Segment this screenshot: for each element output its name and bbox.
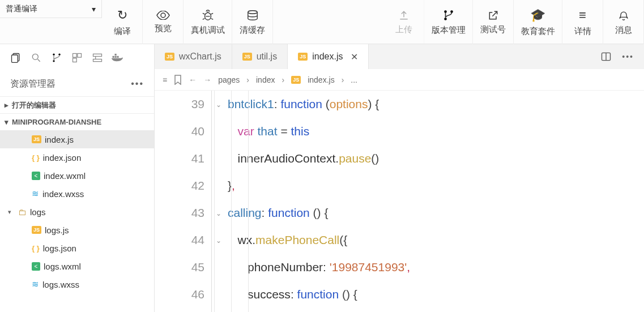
editor-tab[interactable]: JSutil.js [232,44,288,69]
js-file-icon: JS [291,76,301,84]
chevron-down-icon: ▾ [8,208,11,216]
svg-rect-16 [113,56,114,58]
chevron-down-icon: ▾ [92,5,96,14]
svg-point-2 [444,10,447,13]
tab-label: index.js [312,52,343,62]
close-icon[interactable]: ✕ [351,52,358,62]
code-line[interactable]: var that = this [228,125,644,152]
tree-item-label: logs.json [43,243,76,253]
crumb-file[interactable]: index.js [308,75,334,84]
tree-item-label: logs.wxss [42,280,79,289]
vcs-button[interactable]: 版本管理 [424,0,473,44]
branch-icon [442,9,455,22]
tree-file[interactable]: JSindex.js [0,130,154,148]
sidebar: 资源管理器 ••• ▸ 打开的编辑器 ▾ MINIPROGRAM-DIANSHE… [0,44,155,312]
svg-point-7 [32,54,38,59]
docker-tab-icon[interactable] [109,49,127,67]
graduation-icon: 🎓 [530,8,545,23]
project-header[interactable]: ▾ MINIPROGRAM-DIANSHE [0,113,154,130]
wxml-file-icon: < [32,172,40,180]
clear-cache-button[interactable]: 清缓存 [232,0,273,44]
code-line[interactable]: }, [228,179,644,206]
edu-suite-button[interactable]: 🎓 教育套件 [514,0,562,44]
tree-file[interactable]: <index.wxml [0,166,154,185]
crumb-more[interactable]: ... [351,75,357,84]
compile-mode-label: 普通编译 [6,4,37,14]
explorer-more-icon[interactable]: ••• [131,79,144,89]
test-account-button[interactable]: 测试号 [473,0,514,44]
svg-rect-6 [12,55,18,62]
tab-label: util.js [257,52,277,62]
tree-item-label: index.js [45,135,74,144]
svg-point-3 [444,18,447,20]
explorer-tab-icon[interactable] [7,49,25,67]
compile-mode-select[interactable]: 普通编译 ▾ [0,0,102,18]
tree-item-label: index.wxss [42,189,84,199]
external-icon [488,10,499,21]
crumb-index[interactable]: index [256,75,275,84]
bookmark-icon[interactable] [174,75,182,85]
code-body[interactable]: bntclick1: function (options) { var that… [211,91,644,312]
search-tab-icon[interactable] [27,49,45,67]
file-tree: JSindex.js{ }index.json<index.wxml≋index… [0,130,154,293]
tree-item-label: index.json [43,153,82,163]
eye-icon [156,11,170,20]
line-number: 43⌄ [155,206,211,233]
line-number: 46 [155,288,211,312]
editor-more-icon[interactable]: ••• [622,52,634,61]
tree-file[interactable]: <logs.wxml [0,257,154,275]
tree-file[interactable]: ≋logs.wxss [0,275,154,293]
code-line[interactable]: bntclick1: function (options) { [228,97,644,125]
nav-back-icon[interactable]: ← [189,75,197,84]
tree-file[interactable]: { }logs.json [0,239,154,257]
editor-tab[interactable]: JSindex.js✕ [288,44,369,69]
tree-folder[interactable]: ▾🗀logs [0,203,154,221]
json-file-icon: { } [32,244,40,253]
js-file-icon: JS [242,53,252,61]
activity-bar [0,44,154,71]
svg-rect-18 [117,56,118,58]
code-line[interactable]: phoneNumber: '19987451993', [228,260,644,288]
list-icon[interactable]: ≡ [163,75,167,84]
code-area[interactable]: 39⌄40414243⌄44⌄4546 bntclick1: function … [155,91,644,312]
line-number: 45 [155,260,211,288]
details-button[interactable]: ≡ 详情 [562,0,603,44]
explorer-header: 资源管理器 ••• [0,71,154,96]
svg-rect-11 [73,54,77,58]
wxml-file-icon: < [32,262,40,271]
nav-forward-icon[interactable]: → [203,75,211,84]
crumb-pages[interactable]: pages [218,75,240,84]
schema-tab-icon[interactable] [88,49,106,67]
chevron-right-icon: ▸ [5,101,8,109]
scm-tab-icon[interactable] [48,49,66,67]
upload-icon [398,10,410,21]
open-editors-header[interactable]: ▸ 打开的编辑器 [0,96,154,113]
compile-button[interactable]: ↻ 编译 [102,0,143,44]
editor-tabs: JSwxChart.jsJSutil.jsJSindex.js✕ ••• [155,44,644,69]
upload-button: 上传 [383,0,424,44]
menu-icon: ≡ [579,8,586,23]
preview-button[interactable]: 预览 [143,0,184,44]
remote-debug-button[interactable]: 真机调试 [184,0,232,44]
tree-file[interactable]: JSlogs.js [0,221,154,239]
tree-item-label: logs.js [45,225,69,235]
svg-point-9 [53,60,54,62]
js-file-icon: JS [32,226,41,234]
svg-rect-19 [115,54,117,55]
editor-tab[interactable]: JSwxChart.js [155,44,232,69]
code-line[interactable]: wx.makePhoneCall({ [228,233,644,260]
tree-file[interactable]: ≋index.wxss [0,185,154,203]
line-number: 39⌄ [155,97,211,125]
extensions-tab-icon[interactable] [68,49,86,67]
code-line[interactable]: success: function () { [228,288,644,312]
line-gutter: 39⌄40414243⌄44⌄4546 [155,91,211,312]
svg-rect-17 [115,56,117,58]
split-editor-icon[interactable] [600,51,612,62]
code-line[interactable]: innerAudioContext.pause() [228,152,644,179]
tree-file[interactable]: { }index.json [0,148,154,166]
svg-point-4 [450,10,453,13]
svg-rect-15 [93,59,102,62]
code-line[interactable]: calling: function () { [228,206,644,233]
messages-button[interactable]: 消息 [603,0,644,44]
folder-icon: 🗀 [18,207,27,217]
